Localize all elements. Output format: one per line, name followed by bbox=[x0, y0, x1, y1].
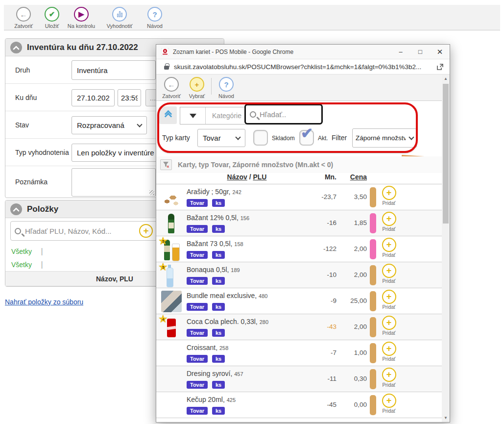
unit-badge: ks bbox=[212, 381, 225, 389]
add-button-label: Pridať bbox=[382, 330, 395, 336]
add-product-button[interactable]: + Pridať bbox=[380, 368, 398, 388]
popup-url[interactable]: skusit.zavolatobsluhu.sk/POSUCMBrowser?c… bbox=[174, 63, 433, 71]
active-label: Akt. bbox=[318, 135, 328, 142]
back-arrow-icon: ← bbox=[16, 7, 31, 22]
table-columns-header: Názov / PLU Mn. Cena bbox=[156, 173, 443, 184]
popup-scrollbar[interactable]: ▲ ▼ bbox=[442, 75, 450, 422]
popup-search-box bbox=[244, 104, 323, 125]
popup-select-label: Vybrať bbox=[189, 93, 205, 99]
stock-checkbox[interactable]: ✔ bbox=[253, 130, 268, 146]
help-button[interactable]: ? Návod bbox=[135, 7, 174, 29]
all-link-1[interactable]: Všetky bbox=[11, 248, 32, 255]
product-plu: 258 bbox=[219, 345, 228, 351]
minimize-button[interactable]: – bbox=[391, 45, 410, 59]
poznamka-textarea[interactable] bbox=[72, 168, 156, 197]
sort-by-price[interactable]: Cena bbox=[350, 173, 367, 181]
collapse-filters-button[interactable] bbox=[159, 106, 177, 124]
product-row[interactable]: ★ Arašidy ; 50gr, 242 Tovar ks -23,7 3,5… bbox=[156, 184, 443, 210]
product-name: Bažant 12% 0,5l, 156 bbox=[187, 214, 249, 222]
type-badge: Tovar bbox=[187, 329, 208, 337]
collapse-icon[interactable] bbox=[10, 42, 22, 53]
product-price: 25,00 bbox=[350, 297, 367, 304]
evaluate-button-label: Vyhodnotiť bbox=[107, 23, 133, 29]
product-row[interactable]: ★ Bažant 12% 0,5l, 156 Tovar ks -16 1,85… bbox=[156, 210, 443, 236]
open-in-new-icon[interactable] bbox=[436, 63, 444, 71]
popup-select-button[interactable]: + Vybrať bbox=[183, 77, 211, 99]
add-product-button[interactable]: + Pridať bbox=[380, 212, 398, 232]
card-type-select[interactable]: Tovar bbox=[197, 129, 245, 147]
scrollbar-thumb[interactable] bbox=[443, 84, 449, 224]
resize-handle-icon[interactable] bbox=[149, 190, 154, 195]
product-price: 2,00 bbox=[354, 323, 367, 330]
upload-items-link[interactable]: Nahrať položky zo súboru bbox=[5, 298, 83, 306]
product-price: 0,00 bbox=[354, 401, 367, 408]
product-row[interactable]: ★4 Coca Cola plech. 0,33l, 280 Tovar ks … bbox=[156, 314, 443, 340]
plus-icon: + bbox=[382, 238, 396, 252]
chevron-down-icon bbox=[408, 134, 414, 140]
clear-filter-icon[interactable]: x bbox=[160, 159, 172, 170]
product-name: Bažant 73 0,5l, 158 bbox=[187, 240, 243, 248]
popup-titlebar[interactable]: Zoznam kariet - POS Mobile - Google Chro… bbox=[156, 45, 450, 59]
product-row[interactable]: ★5 Bažant 73 0,5l, 158 Tovar ks -122 2,0… bbox=[156, 236, 443, 262]
scroll-up-icon[interactable]: ▲ bbox=[442, 75, 450, 83]
typ-select[interactable]: Len položky v inventúre bbox=[72, 144, 159, 162]
product-row[interactable]: ★ Dresing syroví, 457 Tovar ks -11 0,30 … bbox=[156, 366, 443, 392]
add-product-button[interactable]: + Pridať bbox=[380, 342, 398, 362]
column-separator: / bbox=[249, 173, 251, 181]
product-row[interactable]: ★ Croissant, 258 Tovar ks -7 1,00 + Prid… bbox=[156, 340, 443, 366]
site-favicon bbox=[161, 48, 169, 56]
chevron-down-icon bbox=[235, 134, 240, 140]
add-product-button[interactable]: + Pridať bbox=[380, 316, 398, 336]
add-product-button[interactable]: + Pridať bbox=[380, 264, 398, 284]
close-window-button[interactable]: ✕ bbox=[430, 45, 450, 59]
unit-badge: ks bbox=[212, 407, 225, 415]
add-product-button[interactable]: + Pridať bbox=[380, 394, 398, 414]
all-link-2[interactable]: Všetky bbox=[11, 261, 32, 269]
popup-search-input[interactable] bbox=[260, 110, 317, 119]
to-review-button[interactable]: ▶ Na kontrolu bbox=[62, 7, 101, 29]
stock-level-bar bbox=[370, 369, 376, 389]
add-product-button[interactable]: + Pridať bbox=[380, 186, 398, 206]
filter-select[interactable]: Záporné množstvo bbox=[352, 128, 417, 148]
items-search-input[interactable] bbox=[25, 227, 135, 235]
product-row[interactable]: ★5 Bonaqua 0,5l, 189 Tovar ks -10 2,00 +… bbox=[156, 262, 443, 288]
kudnu-time-input[interactable] bbox=[118, 89, 141, 106]
unit-badge: ks bbox=[212, 251, 225, 259]
stock-level-bar bbox=[370, 343, 376, 363]
svg-text:x: x bbox=[167, 165, 169, 168]
plus-icon: + bbox=[382, 290, 396, 304]
typ-select-value: Len položky v inventúre bbox=[77, 149, 154, 157]
category-dropdown[interactable]: Kategórie bbox=[180, 107, 248, 125]
card-type-label: Typ karty bbox=[162, 134, 190, 142]
scroll-down-icon[interactable]: ▼ bbox=[442, 414, 450, 422]
product-row[interactable]: ★ Bundle meal exclusive, 480 Tovar ks -9… bbox=[156, 288, 443, 314]
check-icon: ✔ bbox=[45, 7, 59, 22]
add-item-icon[interactable]: + bbox=[139, 224, 153, 238]
type-badge: Tovar bbox=[187, 407, 208, 415]
kudnu-date-input[interactable] bbox=[72, 89, 115, 106]
save-button-label: Uložiť bbox=[45, 23, 59, 29]
product-image: ★4 bbox=[161, 317, 182, 338]
maximize-button[interactable]: □ bbox=[410, 45, 430, 59]
popup-help-button[interactable]: ? Návod bbox=[212, 77, 240, 99]
sort-by-plu[interactable]: PLU bbox=[253, 173, 266, 181]
play-icon: ▶ bbox=[74, 7, 89, 22]
separator: | bbox=[41, 247, 43, 255]
star-badge-icon: ★5 bbox=[158, 262, 170, 274]
evaluate-button[interactable]: Vyhodnotiť bbox=[100, 7, 139, 29]
druh-input[interactable] bbox=[72, 60, 156, 80]
add-button-label: Pridať bbox=[382, 304, 395, 310]
search-icon bbox=[15, 228, 21, 234]
add-product-button[interactable]: + Pridať bbox=[380, 238, 398, 258]
active-checkbox[interactable]: ✔ bbox=[299, 130, 314, 146]
category-dropdown-toggle[interactable] bbox=[180, 107, 206, 124]
product-name: Coca Cola plech. 0,33l, 280 bbox=[187, 318, 268, 325]
collapse-icon[interactable] bbox=[10, 203, 22, 215]
product-row[interactable]: ★ Kečup 20ml, 425 Tovar ks -45 0,00 + Pr… bbox=[156, 392, 443, 418]
add-button-label: Pridať bbox=[382, 356, 395, 362]
sort-by-name[interactable]: Názov bbox=[227, 173, 247, 181]
popup-close-button[interactable]: ← Zatvoriť bbox=[157, 77, 186, 99]
add-product-button[interactable]: + Pridať bbox=[380, 290, 398, 310]
stav-select[interactable]: Rozpracovaná bbox=[72, 116, 147, 134]
plus-icon: + bbox=[382, 394, 396, 408]
